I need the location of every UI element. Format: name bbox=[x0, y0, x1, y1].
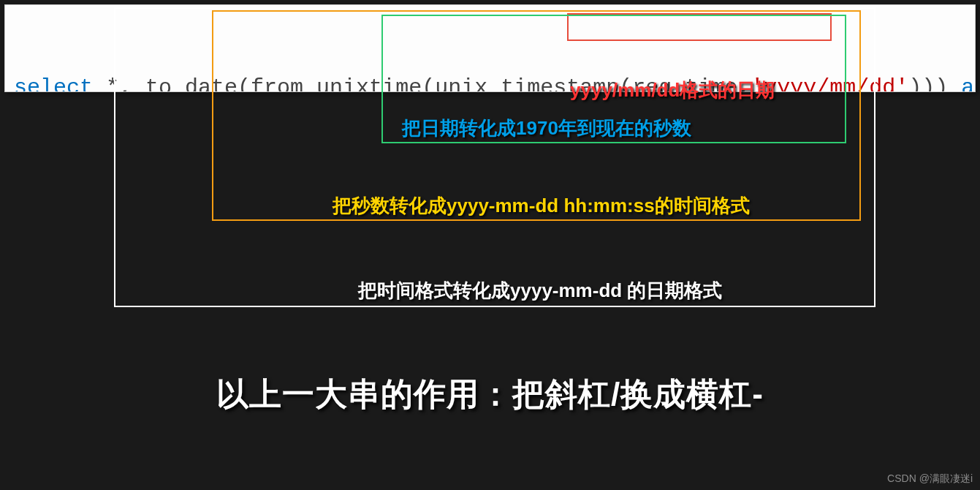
annotation-white: 把时间格式转化成yyyy-mm-dd 的日期格式 bbox=[358, 278, 722, 304]
summary-text: 以上一大串的作用：把斜杠/换成横杠- bbox=[0, 373, 980, 416]
paren: ) bbox=[908, 75, 922, 92]
paren: ) bbox=[922, 75, 935, 92]
paren: ) bbox=[935, 75, 948, 92]
diagram-canvas: select *, to_date(from_unixtime(unix_tim… bbox=[0, 0, 980, 490]
highlight-box-white-top bbox=[114, 7, 875, 9]
annotation-yellow: 把秒数转化成yyyy-mm-dd hh:mm:ss的时间格式 bbox=[333, 193, 750, 219]
keyword-select: select bbox=[14, 75, 93, 92]
keyword-as: as bbox=[948, 75, 976, 92]
annotation-blue: 把日期转化成1970年到现在的秒数 bbox=[402, 116, 691, 141]
annotation-red: yyyy/mm/dd格式的日期 bbox=[570, 78, 775, 103]
highlight-box-white bbox=[114, 7, 875, 307]
watermark-text: CSDN @满眼凄迷i bbox=[887, 472, 973, 486]
